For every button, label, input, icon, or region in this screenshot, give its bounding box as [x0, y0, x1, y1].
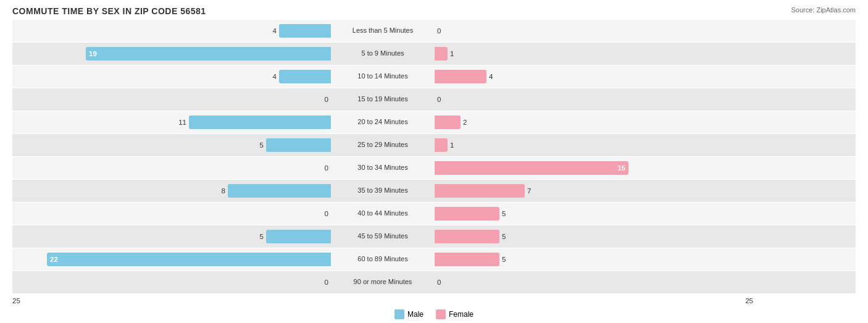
female-value: 2: [463, 119, 467, 126]
female-value: 0: [437, 96, 441, 103]
female-value: 5: [502, 233, 506, 240]
table-row: 525 to 29 Minutes1: [12, 134, 856, 156]
female-value: 4: [489, 73, 493, 80]
table-row: 040 to 44 Minutes5: [12, 203, 856, 225]
row-label: 30 to 34 Minutes: [333, 164, 432, 172]
table-row: 2260 to 89 Minutes5: [12, 248, 856, 271]
male-section: 0: [12, 207, 333, 220]
row-label: 25 to 29 Minutes: [333, 141, 432, 149]
male-value: 5: [260, 233, 264, 240]
table-row: 030 to 34 Minutes15: [12, 157, 856, 179]
female-section: 1: [432, 138, 753, 152]
female-value: 7: [527, 187, 531, 195]
female-section: 5: [432, 253, 753, 266]
row-label: 40 to 44 Minutes: [333, 209, 432, 217]
male-value: 4: [273, 27, 277, 35]
row-label: 20 to 24 Minutes: [333, 118, 432, 126]
female-bar: 1: [435, 47, 448, 61]
female-bar: 2: [435, 115, 461, 129]
male-bar: 11: [189, 115, 331, 129]
male-value: 11: [178, 119, 186, 126]
female-bar: 7: [435, 184, 525, 198]
female-bar: 5: [435, 253, 499, 266]
male-section: 5: [12, 230, 333, 243]
male-bar: 22: [47, 253, 331, 266]
rows-area: 4Less than 5 Minutes0195 to 9 Minutes141…: [12, 20, 856, 293]
male-bar: 5: [266, 230, 331, 243]
male-value: 19: [89, 50, 97, 57]
legend: Male Female: [12, 309, 856, 319]
row-label: 15 to 19 Minutes: [333, 95, 432, 103]
male-section: 11: [12, 115, 333, 129]
row-label: 10 to 14 Minutes: [333, 72, 432, 80]
table-row: 545 to 59 Minutes5: [12, 225, 856, 248]
row-label: Less than 5 Minutes: [333, 27, 432, 35]
male-section: 5: [12, 138, 333, 152]
male-value: 22: [50, 256, 58, 263]
axis-right: 25: [432, 297, 753, 304]
table-row: 410 to 14 Minutes4: [12, 65, 856, 88]
female-bar: 1: [435, 138, 448, 152]
male-value: 0: [325, 210, 328, 217]
row-label: 60 to 89 Minutes: [333, 255, 432, 263]
male-value: 0: [325, 164, 328, 172]
female-section: 15: [432, 161, 753, 175]
male-section: 22: [12, 253, 333, 266]
male-section: 0: [12, 93, 333, 106]
male-bar: 19: [86, 47, 331, 61]
female-bar: 5: [435, 207, 499, 220]
row-label: 90 or more Minutes: [333, 278, 432, 286]
row-label: 45 to 59 Minutes: [333, 232, 432, 240]
male-section: 19: [12, 47, 333, 61]
axis-row: 25 25: [12, 295, 856, 307]
female-value: 5: [502, 210, 506, 217]
female-section: 0: [432, 24, 753, 38]
female-section: 5: [432, 230, 753, 243]
male-section: 4: [12, 24, 333, 38]
male-value: 0: [325, 279, 328, 286]
legend-male: Male: [394, 309, 424, 319]
male-value: 4: [273, 73, 277, 80]
female-value: 1: [450, 50, 454, 57]
male-section: 0: [12, 275, 333, 289]
row-label: 35 to 39 Minutes: [333, 187, 432, 195]
table-row: 015 to 19 Minutes0: [12, 88, 856, 111]
female-section: 4: [432, 70, 753, 83]
female-section: 2: [432, 115, 753, 129]
table-row: 195 to 9 Minutes1: [12, 43, 856, 65]
female-value: 0: [437, 27, 441, 35]
table-row: 835 to 39 Minutes7: [12, 180, 856, 202]
chart-title: COMMUTE TIME BY SEX IN ZIP CODE 56581: [12, 6, 856, 16]
male-section: 0: [12, 161, 333, 175]
female-bar: 15: [435, 161, 628, 175]
female-section: 5: [432, 207, 753, 220]
male-bar: 4: [279, 24, 331, 38]
female-value: 1: [450, 141, 454, 149]
female-legend-label: Female: [449, 310, 474, 319]
table-row: 4Less than 5 Minutes0: [12, 20, 856, 42]
row-label: 5 to 9 Minutes: [333, 49, 432, 57]
axis-left: 25: [12, 297, 333, 304]
male-legend-label: Male: [407, 310, 424, 319]
male-value: 8: [222, 187, 225, 195]
chart-container: COMMUTE TIME BY SEX IN ZIP CODE 56581 So…: [0, 0, 868, 323]
female-value: 15: [617, 164, 625, 172]
female-value: 0: [437, 279, 441, 286]
male-bar: 5: [266, 138, 331, 152]
male-legend-box: [394, 309, 404, 319]
male-value: 0: [325, 96, 328, 103]
male-section: 8: [12, 184, 333, 198]
male-value: 5: [260, 141, 264, 149]
female-section: 7: [432, 184, 753, 198]
female-section: 0: [432, 93, 753, 106]
table-row: 1120 to 24 Minutes2: [12, 111, 856, 133]
female-legend-box: [436, 309, 446, 319]
table-row: 090 or more Minutes0: [12, 271, 856, 293]
male-bar: 8: [228, 184, 331, 198]
source-text: Source: ZipAtlas.com: [791, 6, 856, 14]
female-section: 1: [432, 47, 753, 61]
female-bar: 5: [435, 230, 499, 243]
legend-female: Female: [436, 309, 474, 319]
male-section: 4: [12, 70, 333, 83]
female-bar: 4: [435, 70, 486, 83]
